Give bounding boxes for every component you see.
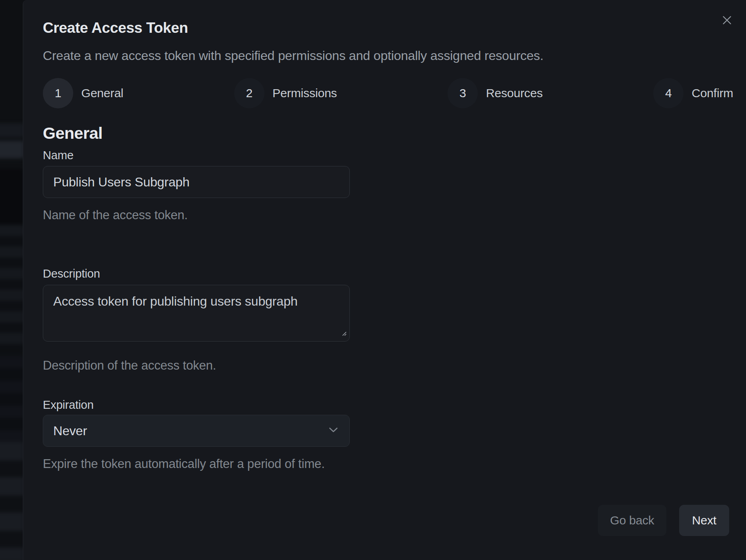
name-input[interactable] [43, 166, 350, 198]
step-number-badge: 1 [43, 78, 73, 108]
dialog-subtitle: Create a new access token with specified… [43, 48, 543, 63]
background-page-strip [0, 0, 23, 560]
go-back-button[interactable]: Go back [598, 505, 666, 536]
background-blob [0, 442, 23, 560]
step-label: Confirm [692, 86, 733, 100]
step-general[interactable]: 1 General [43, 78, 123, 108]
step-label: General [81, 86, 123, 100]
background-blur [0, 0, 23, 560]
background-blob [0, 356, 23, 442]
step-number-badge: 2 [234, 78, 265, 108]
step-number-badge: 4 [653, 78, 684, 108]
section-heading-general: General [43, 124, 102, 143]
step-label: Resources [486, 86, 543, 100]
step-number-badge: 3 [447, 78, 478, 108]
dialog-title: Create Access Token [43, 19, 188, 37]
description-field-wrap: Access token for publishing users subgra… [43, 285, 350, 342]
screen: Create Access Token Create a new access … [0, 0, 746, 560]
background-blob [0, 123, 23, 138]
background-blob [0, 169, 23, 225]
step-label: Permissions [273, 86, 337, 100]
expiration-select[interactable]: Never [43, 415, 350, 447]
description-textarea[interactable]: Access token for publishing users subgra… [43, 285, 350, 342]
expiration-helper-text: Expire the token automatically after a p… [43, 457, 325, 471]
expiration-selected-value: Never [53, 424, 87, 438]
step-confirm[interactable]: 4 Confirm [653, 78, 733, 108]
close-icon [722, 16, 732, 26]
expiration-label: Expiration [43, 398, 94, 412]
name-label: Name [43, 149, 74, 162]
background-blob [0, 141, 23, 158]
next-button[interactable]: Next [679, 505, 729, 536]
step-permissions[interactable]: 2 Permissions [234, 78, 337, 108]
wizard-stepper: 1 General 2 Permissions 3 Resources 4 Co… [43, 78, 733, 108]
name-helper-text: Name of the access token. [43, 208, 188, 222]
close-button[interactable] [718, 12, 736, 30]
resize-grip-icon[interactable] [341, 330, 347, 338]
step-resources[interactable]: 3 Resources [447, 78, 543, 108]
description-helper-text: Description of the access token. [43, 358, 216, 373]
create-access-token-dialog: Create Access Token Create a new access … [23, 0, 746, 560]
background-blob [0, 225, 23, 350]
description-label: Description [43, 267, 100, 280]
chevron-down-icon [329, 427, 338, 434]
